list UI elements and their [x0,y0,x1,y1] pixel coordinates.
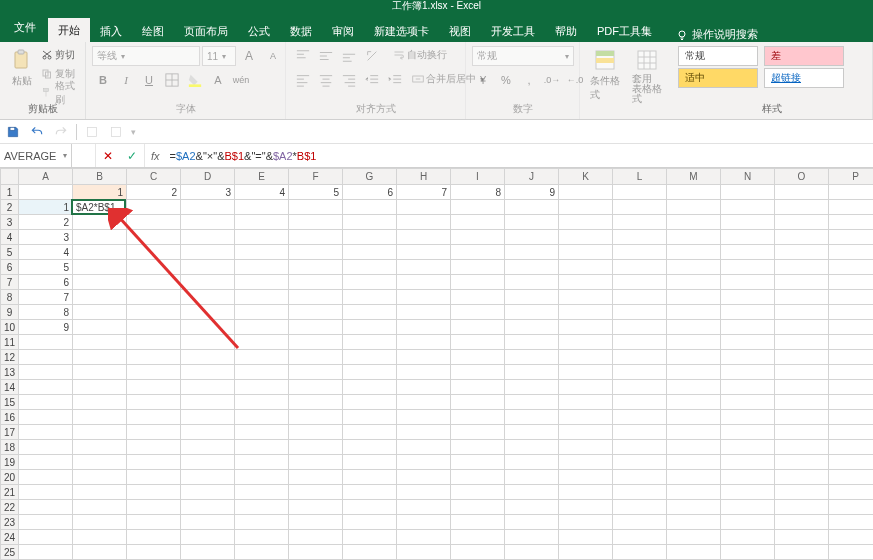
qat-btn-1[interactable] [83,123,101,141]
conditional-format-button[interactable]: 条件格式 [586,46,625,104]
cell[interactable] [667,215,721,230]
cell[interactable] [505,320,559,335]
row-header[interactable]: 2 [1,200,19,215]
cell[interactable] [775,410,829,425]
cell[interactable] [289,335,343,350]
name-box[interactable]: AVERAGE ▾ [0,144,72,167]
cell[interactable]: 2 [19,215,73,230]
cell[interactable]: 3 [19,230,73,245]
cell[interactable] [505,305,559,320]
cell[interactable]: 3 [181,185,235,200]
cell[interactable] [451,395,505,410]
cell[interactable] [505,350,559,365]
cell[interactable] [721,275,775,290]
tell-me-search[interactable]: 操作说明搜索 [676,27,758,42]
cell[interactable] [73,500,127,515]
cell[interactable] [397,485,451,500]
cell[interactable] [343,485,397,500]
cell[interactable]: 9 [19,320,73,335]
cell[interactable]: 4 [235,185,289,200]
tab-page-layout[interactable]: 页面布局 [174,20,238,42]
cell[interactable] [181,530,235,545]
cell[interactable] [829,245,874,260]
cut-button[interactable]: 剪切 [41,46,79,64]
cell[interactable] [235,440,289,455]
cell[interactable] [235,230,289,245]
cell[interactable] [505,500,559,515]
qat-customize-caret[interactable]: ▾ [131,127,136,137]
decrease-indent-button[interactable] [361,70,383,90]
cell[interactable] [289,410,343,425]
right-align-button[interactable] [338,70,360,90]
cell[interactable] [289,320,343,335]
cell[interactable] [721,200,775,215]
cell[interactable] [289,365,343,380]
accounting-format-button[interactable]: ¥ [472,70,494,90]
cell[interactable] [505,530,559,545]
cell[interactable] [181,305,235,320]
cell[interactable] [451,350,505,365]
cell[interactable]: 1 [73,185,127,200]
cell[interactable] [613,455,667,470]
tab-draw[interactable]: 绘图 [132,20,174,42]
cell[interactable] [775,500,829,515]
font-name-combo[interactable]: 等线▾ [92,46,200,66]
cell[interactable] [667,395,721,410]
cell[interactable]: 2 [127,185,181,200]
cell[interactable] [829,425,874,440]
cell[interactable] [127,515,181,530]
tab-file[interactable]: 文件 [2,12,48,42]
cell[interactable] [181,380,235,395]
row-header[interactable]: 15 [1,395,19,410]
cell[interactable] [19,485,73,500]
cell[interactable] [397,545,451,560]
cell[interactable] [829,305,874,320]
row-header[interactable]: 9 [1,305,19,320]
cell[interactable] [289,455,343,470]
cell[interactable] [451,455,505,470]
cell[interactable] [73,410,127,425]
cell[interactable] [19,380,73,395]
cell[interactable] [829,350,874,365]
cell[interactable] [181,410,235,425]
cell[interactable] [397,200,451,215]
cell[interactable] [181,290,235,305]
row-header[interactable]: 5 [1,245,19,260]
row-header[interactable]: 8 [1,290,19,305]
cell[interactable] [181,485,235,500]
cell[interactable] [73,455,127,470]
col-header[interactable]: K [559,169,613,185]
cell[interactable] [181,365,235,380]
cell[interactable] [73,290,127,305]
cell[interactable]: 6 [343,185,397,200]
row-header[interactable]: 4 [1,230,19,245]
cell[interactable] [397,245,451,260]
cell[interactable] [343,215,397,230]
cell[interactable] [127,455,181,470]
row-header[interactable]: 11 [1,335,19,350]
cell[interactable] [775,260,829,275]
cell[interactable] [721,485,775,500]
font-size-combo[interactable]: 11▾ [202,46,236,66]
cell[interactable] [451,545,505,560]
cell[interactable] [505,290,559,305]
cell[interactable] [613,365,667,380]
cell[interactable] [451,320,505,335]
cell[interactable] [829,275,874,290]
cell[interactable] [235,455,289,470]
tab-help[interactable]: 帮助 [545,20,587,42]
tab-newtab[interactable]: 新建选项卡 [364,20,439,42]
col-header[interactable]: D [181,169,235,185]
cell[interactable] [127,545,181,560]
cell[interactable] [451,290,505,305]
cell[interactable] [73,485,127,500]
cell[interactable] [559,365,613,380]
cell[interactable] [289,245,343,260]
col-header[interactable]: B [73,169,127,185]
cell[interactable] [829,290,874,305]
undo-button[interactable] [28,123,46,141]
cell[interactable] [127,500,181,515]
number-format-combo[interactable]: 常规▾ [472,46,574,66]
cell[interactable] [73,305,127,320]
cell[interactable] [667,530,721,545]
